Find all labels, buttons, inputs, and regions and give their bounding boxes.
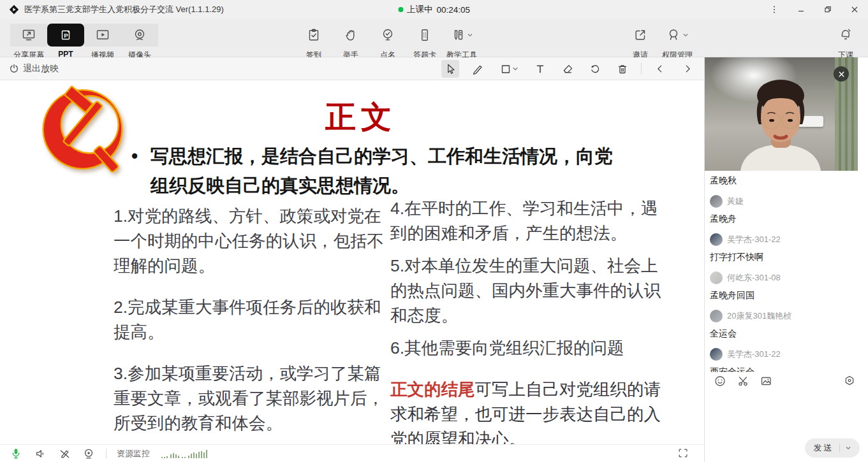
slide-list-item: 4.在平时的工作、学习和生活中，遇到的困难和矛盾，产生的想法。 bbox=[390, 196, 671, 246]
close-video-button[interactable] bbox=[834, 66, 849, 82]
resource-histogram bbox=[160, 449, 215, 459]
slide-right-column: 4.在平时的工作、学习和生活中，遇到的困难和矛盾，产生的想法。5.对本单位发生的… bbox=[390, 196, 671, 444]
chat-message: 吴学杰-301-22 打字打不快啊 bbox=[710, 233, 861, 263]
class-status: 上课中 00:24:05 bbox=[398, 4, 470, 15]
annotation-off-button[interactable] bbox=[57, 447, 71, 460]
chat-message: 黃婕 孟晚舟 bbox=[710, 195, 861, 225]
minimize-button[interactable] bbox=[788, 0, 814, 19]
chevron-down-icon bbox=[512, 66, 519, 72]
exit-slideshow-button[interactable]: 退出放映 bbox=[9, 57, 59, 80]
chat-message-text: 全运会 bbox=[710, 327, 861, 340]
eraser-tool-button[interactable] bbox=[559, 60, 577, 78]
chevron-down-icon[interactable] bbox=[845, 445, 851, 451]
window-controls bbox=[761, 0, 868, 19]
class-timer: 00:24:05 bbox=[436, 5, 470, 15]
bottom-status-bar: 资源监控 bbox=[0, 444, 704, 462]
roll-call-button[interactable]: 点名 bbox=[369, 24, 406, 61]
svg-text:P: P bbox=[64, 32, 68, 39]
teacher-video-feed bbox=[705, 57, 858, 171]
minimize-icon bbox=[797, 6, 805, 13]
undo-button[interactable] bbox=[586, 60, 604, 78]
chat-message-list[interactable]: 孟晚秋 黃婕 孟晚舟 吴学杰-301-22 打字打不快啊 何屹东-301-08 … bbox=[705, 171, 867, 372]
slide-canvas: 正文 • 写思想汇报，是结合自己的学习、工作和生活情况，向党组织反映自己的真实思… bbox=[0, 80, 704, 444]
chat-message-text: 西安全运会 bbox=[710, 365, 861, 372]
fullscreen-icon bbox=[677, 447, 689, 459]
sidebar: 孟晚秋 黃婕 孟晚舟 吴学杰-301-22 打字打不快啊 何屹东-301-08 … bbox=[704, 57, 867, 462]
app-logo-icon bbox=[9, 4, 19, 15]
pointer-tool-icon bbox=[444, 62, 457, 75]
app-title: 医学系第三党支部学生入党积极分子交流 Ver(1.1.1.29) bbox=[24, 4, 224, 15]
mic-icon bbox=[10, 447, 22, 460]
prev-slide-button[interactable] bbox=[651, 60, 669, 78]
chat-input-area[interactable] bbox=[705, 390, 867, 434]
chat-message: 吴学杰-301-22 西安全运会 bbox=[710, 348, 861, 372]
webcam-button[interactable]: 摄像头 bbox=[121, 24, 158, 61]
emoji-icon[interactable] bbox=[714, 375, 726, 387]
fullscreen-button[interactable] bbox=[677, 447, 689, 461]
main-area: 退出放映 bbox=[0, 57, 868, 462]
text-tool-icon bbox=[534, 62, 547, 75]
slide-list-item: 2.完成某重大事件项任务后的收获和提高。 bbox=[114, 295, 390, 345]
next-slide-button[interactable] bbox=[679, 60, 696, 78]
check-in-button[interactable]: 签到 bbox=[295, 24, 332, 61]
ppt-button[interactable]: P PPT bbox=[47, 24, 84, 61]
microphone-button[interactable] bbox=[9, 447, 23, 460]
chat-toolbar bbox=[705, 372, 867, 390]
statusbar-divider bbox=[106, 449, 107, 459]
avatar bbox=[710, 348, 723, 361]
play-video-icon bbox=[95, 27, 110, 43]
eraser-tool-icon bbox=[561, 62, 574, 75]
play-video-button[interactable]: 播视频 bbox=[84, 24, 121, 61]
restore-icon bbox=[824, 6, 832, 13]
avatar bbox=[710, 310, 723, 322]
send-row: 发送 bbox=[705, 434, 867, 462]
ppt-panel: 退出放映 bbox=[0, 57, 704, 462]
speaker-icon bbox=[34, 447, 47, 460]
restore-button[interactable] bbox=[814, 0, 841, 19]
shape-tool-button[interactable] bbox=[496, 60, 522, 78]
shape-tool-icon bbox=[499, 62, 512, 75]
chat-message-text: 打字打不快啊 bbox=[710, 250, 861, 263]
exit-slideshow-label: 退出放映 bbox=[23, 63, 59, 75]
app-identity: 医学系第三党支部学生入党积极分子交流 Ver(1.1.1.29) bbox=[9, 4, 224, 15]
main-toolbar: 分享屏幕 P PPT 播视频 摄像头 bbox=[0, 19, 868, 57]
chat-message-text: 孟晚秋 bbox=[710, 174, 861, 187]
permissions-icon bbox=[666, 27, 681, 43]
image-icon[interactable] bbox=[760, 375, 772, 387]
close-window-button[interactable] bbox=[841, 0, 868, 19]
camera-monitor-button[interactable] bbox=[82, 447, 96, 460]
undo-icon bbox=[589, 62, 601, 75]
speaker-button[interactable] bbox=[33, 447, 47, 460]
invite-button[interactable]: 邀请 bbox=[622, 24, 659, 61]
more-button[interactable] bbox=[761, 0, 788, 19]
dismiss-class-button[interactable]: 下课 bbox=[827, 24, 864, 61]
screenshot-scissors-icon[interactable] bbox=[737, 375, 749, 387]
resource-monitor-label: 资源监控 bbox=[117, 448, 150, 459]
bullet-marker: • bbox=[131, 141, 151, 200]
trash-icon bbox=[616, 62, 629, 75]
prev-icon bbox=[654, 63, 666, 75]
settings-gear-icon[interactable] bbox=[843, 375, 856, 387]
teaching-tools-button[interactable]: 教学工具 bbox=[443, 24, 480, 61]
text-tool-button[interactable] bbox=[531, 60, 549, 78]
slide-list-item: 5.对本单位发生的重大问题、社会上的热点问题、国内外重大事件的认识和态度。 bbox=[390, 254, 671, 328]
send-button[interactable]: 发送 bbox=[805, 438, 860, 458]
pointer-tool-button[interactable] bbox=[441, 60, 459, 78]
pen-tool-button[interactable] bbox=[469, 60, 487, 78]
raise-hand-button[interactable]: 举手 bbox=[332, 24, 369, 61]
avatar bbox=[710, 233, 723, 246]
chevron-down-icon bbox=[467, 32, 473, 38]
share-screen-button[interactable]: 分享屏幕 bbox=[10, 24, 47, 61]
permissions-button[interactable]: 权限管理 bbox=[659, 24, 696, 61]
send-divider bbox=[839, 444, 840, 452]
answer-card-button[interactable]: 答题卡 bbox=[406, 24, 443, 61]
chat-sender-name: 吴学杰-301-22 bbox=[727, 234, 781, 245]
slide-left-column: 1.对党的路线、方针、政策或对党在一个时期的中心任务的认识，包括不理解的问题。2… bbox=[114, 204, 390, 444]
titlebar: 医学系第三党支部学生入党积极分子交流 Ver(1.1.1.29) 上课中 00:… bbox=[0, 0, 868, 19]
slide-list-item: 3.参加某项重要活动，或学习了某篇重要文章，或观看了某部影视片后，所受到的教育和… bbox=[114, 361, 390, 436]
slide-ending-highlight: 正文的结尾 bbox=[390, 380, 475, 399]
webcam-icon bbox=[132, 27, 147, 43]
chat-sender-name: 吴学杰-301-22 bbox=[727, 349, 781, 360]
screen-share-icon bbox=[21, 27, 36, 43]
trash-button[interactable] bbox=[614, 60, 631, 78]
